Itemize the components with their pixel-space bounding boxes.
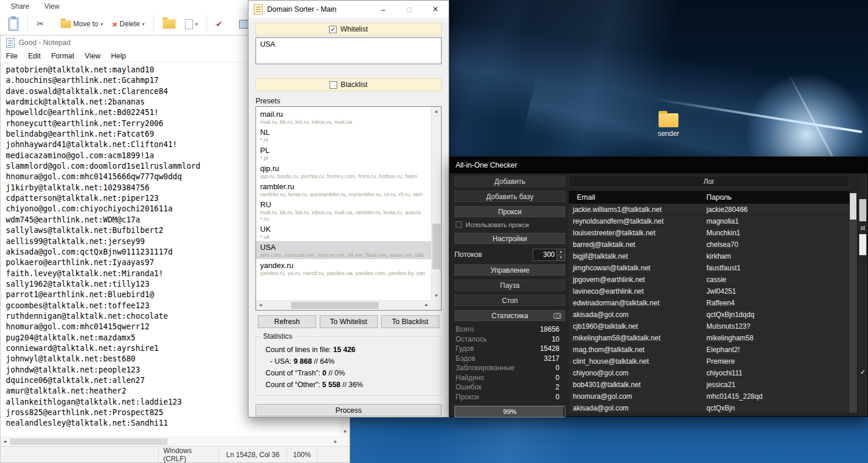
management-section-header[interactable]: Управление: [454, 264, 565, 276]
log-row[interactable]: jimghcowan@talktalk.net faustfaust1: [569, 262, 849, 274]
whitelist-input[interactable]: USA: [256, 37, 442, 64]
partial-scrollbar-fragment[interactable]: [859, 199, 866, 221]
scroll-down-icon[interactable]: ▼: [432, 291, 441, 300]
menu-item[interactable]: Edit: [23, 52, 46, 60]
add-button[interactable]: Добавить: [454, 176, 565, 187]
scrollbar-thumb[interactable]: [850, 193, 856, 220]
partial-input-fragment[interactable]: [859, 234, 866, 255]
move-to-button[interactable]: Move to ▾: [57, 18, 107, 30]
preset-item[interactable]: yandex.ru yandex.ru, ya.ru, narod.ru, ya…: [256, 259, 431, 277]
preset-item[interactable]: mail.ru mail.ru, bk.ru, list.ru, inbox.r…: [256, 108, 431, 126]
preset-item[interactable]: qip.ru qip.ru, borda.ru, pochta.ru, from…: [256, 162, 431, 180]
preset-item[interactable]: USA aim.com, comcast.net, verizon.net, a…: [256, 241, 431, 259]
log-row[interactable]: chiyono@gol.com chiyochi111: [569, 367, 849, 379]
blacklist-header[interactable]: Blacklist: [256, 78, 442, 91]
email-column-header[interactable]: Email: [569, 193, 706, 201]
preset-item[interactable]: NL *.nl: [256, 126, 431, 144]
menu-item[interactable]: Format: [46, 52, 80, 60]
preset-item[interactable]: UK *.uk: [256, 223, 431, 241]
log-rows[interactable]: jackie.williams1@talktalk.net jackie2804…: [569, 204, 849, 413]
password-column-header[interactable]: Пароль: [706, 193, 849, 201]
whitelist-checkbox[interactable]: ✓: [329, 26, 337, 33]
presets-horizontal-scrollbar[interactable]: ◄ ►: [256, 300, 431, 310]
whitelist-header[interactable]: ✓ Whitelist: [256, 23, 442, 36]
log-row[interactable]: cjb1960@talktalk.net Mutsnuts123?: [569, 321, 849, 332]
menu-item[interactable]: Help: [106, 52, 131, 60]
log-row[interactable]: akisada@gol.com qctQxBjn1dqdq: [569, 309, 849, 321]
use-proxy-row[interactable]: Использовать прокси: [456, 221, 565, 228]
scroll-left-icon[interactable]: ◄: [1, 437, 9, 446]
log-row[interactable]: bob4301@talktalk.net jessica21: [569, 379, 849, 391]
statistics-line: Count of “Other”: 5 558 // 36%: [265, 379, 435, 391]
camera-icon[interactable]: [554, 313, 561, 319]
to-whitelist-button[interactable]: To Whitelist: [320, 315, 378, 328]
use-proxy-checkbox[interactable]: [456, 221, 462, 228]
close-button[interactable]: ×: [422, 1, 449, 18]
paste-button[interactable]: [5, 16, 22, 33]
statistics-section-header[interactable]: Статистика: [454, 310, 565, 321]
blacklist-checkbox[interactable]: [330, 81, 337, 89]
stepper-up-icon[interactable]: ▲: [557, 249, 565, 255]
log-row[interactable]: barredj@talktalk.net chelsea70: [569, 239, 849, 250]
menu-item[interactable]: File: [1, 52, 23, 60]
presets-vertical-scrollbar[interactable]: ▲ ▼: [431, 107, 441, 300]
log-row[interactable]: bigjif@talktalk.net kirkham: [569, 250, 849, 262]
log-email: akisada@gol.com: [569, 311, 706, 319]
log-row[interactable]: clint_house@talktalk.net Premiere: [569, 356, 849, 367]
log-password: Elephant2!: [706, 346, 849, 354]
log-row[interactable]: lavineco@earthlink.net Jwl04251: [569, 286, 849, 297]
menu-item[interactable]: View: [79, 52, 106, 60]
ribbon-tab[interactable]: View: [44, 2, 60, 11]
checker-titlebar[interactable]: All-in-One Checker: [450, 157, 867, 173]
new-folder-button[interactable]: [159, 18, 179, 30]
desktop-folder-sender[interactable]: sender: [650, 113, 687, 138]
log-row[interactable]: jpgovern@earthlink.net cassie: [569, 274, 849, 286]
preset-item[interactable]: RU mail.ru, bk.ru, list.ru, inbox.ru, ma…: [256, 199, 431, 223]
preset-item[interactable]: PL *.pl: [256, 144, 431, 162]
domain-sorter-titlebar[interactable]: Domain Sorter - Main – □ ×: [249, 1, 449, 18]
scroll-right-icon[interactable]: ►: [331, 437, 340, 446]
scroll-left-icon[interactable]: ◄: [256, 301, 265, 310]
maximize-button[interactable]: □: [396, 1, 422, 18]
log-row[interactable]: reynoldsandfern@talktalk.net magnolia1: [569, 215, 849, 227]
add-base-button[interactable]: Добавить базу: [454, 191, 565, 202]
cut-button[interactable]: ✂: [33, 17, 48, 31]
threads-stepper[interactable]: 300 ▲ ▼: [533, 249, 565, 261]
scroll-right-icon[interactable]: ►: [422, 301, 431, 310]
scroll-up-icon[interactable]: ▲: [432, 107, 441, 116]
log-vertical-scrollbar[interactable]: [849, 193, 857, 413]
properties-button[interactable]: ✔: [212, 18, 226, 30]
minimize-button[interactable]: –: [370, 1, 396, 18]
settings-section-header[interactable]: Настройки: [454, 233, 565, 244]
process-button[interactable]: Process: [256, 404, 442, 416]
log-password: mhc01415_228qd: [706, 392, 849, 401]
pause-button[interactable]: Пауза: [454, 280, 565, 291]
refresh-button[interactable]: Refresh: [258, 315, 316, 328]
scrollbar-thumb[interactable]: [432, 224, 440, 269]
proxy-section-header[interactable]: Прокси: [454, 206, 565, 217]
log-row[interactable]: jackie.williams1@talktalk.net jackie2804…: [569, 204, 849, 215]
ribbon-tab[interactable]: Share: [10, 2, 29, 11]
scroll-down-icon[interactable]: ▼: [341, 427, 349, 437]
log-row[interactable]: hnomura@gol.com mhc01415_228qd: [569, 391, 849, 402]
log-row[interactable]: edwinadorman@talktalk.net Raffeen4: [569, 297, 849, 309]
log-row[interactable]: akisada@gol.com qctQxBjn: [569, 402, 849, 413]
preset-description: rambler.ru, lenta.ru, autorambler.ru, my…: [260, 191, 427, 197]
stepper-down-icon[interactable]: ▼: [557, 255, 565, 260]
easy-access-button[interactable]: ▾: [181, 18, 201, 31]
log-row[interactable]: mag.thom@talktalk.net Elephant2!: [569, 344, 849, 356]
log-row[interactable]: mikelingham58@talktalk.net mikelingham58: [569, 332, 849, 344]
stop-button[interactable]: Стоп: [454, 295, 565, 306]
chevron-down-icon: ▾: [195, 22, 198, 27]
preset-description: qip.ru, borda.ru, pochta.ru, fromru.com,…: [260, 173, 427, 179]
checkmark-icon: ✔: [216, 19, 223, 29]
delete-button[interactable]: × Delete ▾: [108, 18, 148, 31]
scrollbar-thumb[interactable]: [291, 302, 379, 309]
preset-item[interactable]: rambler.ru rambler.ru, lenta.ru, autoram…: [256, 180, 431, 199]
notepad-horizontal-scrollbar[interactable]: ◄ ►: [1, 437, 340, 446]
log-email: mikelingham58@talktalk.net: [569, 334, 706, 342]
to-blacklist-button[interactable]: To Blacklist: [381, 315, 439, 328]
presets-list[interactable]: mail.ru mail.ru, bk.ru, list.ru, inbox.r…: [256, 107, 431, 300]
log-row[interactable]: louisestreeter@talktalk.net Munchkin1: [569, 227, 849, 239]
scrollbar-thumb[interactable]: [10, 438, 167, 445]
